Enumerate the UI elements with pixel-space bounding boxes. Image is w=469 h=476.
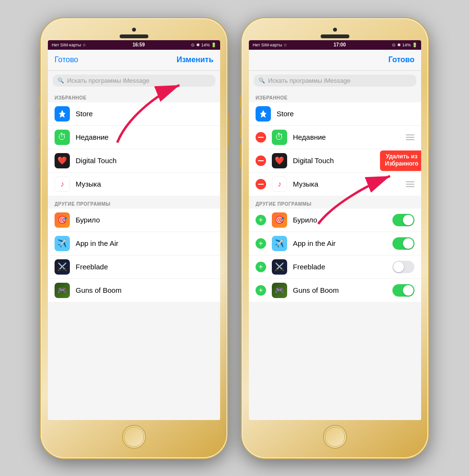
nav-bar-right: Готово <box>249 50 421 71</box>
air-label: App in the Air <box>76 239 213 247</box>
phone-left: Нет SIM-карты ☆ 16:59 ⊙ ✱ 14% 🔋 Готово И… <box>41 18 227 458</box>
list-item[interactable]: Store <box>48 102 220 126</box>
guns-label: Guns of Boom <box>76 286 213 294</box>
iphone-left: Нет SIM-карты ☆ 16:59 ⊙ ✱ 14% 🔋 Готово И… <box>41 18 227 458</box>
plus-burilo-btn[interactable]: + <box>256 215 266 225</box>
screen-left: Нет SIM-карты ☆ 16:59 ⊙ ✱ 14% 🔋 Готово И… <box>48 40 220 420</box>
plus-air-btn[interactable]: + <box>256 238 266 249</box>
plus-guns-btn[interactable]: + <box>256 285 266 296</box>
mute-button-right <box>240 95 242 109</box>
store-icon-right <box>256 106 271 122</box>
freeblade-icon-right: ⚔️ <box>272 259 287 275</box>
store-label-right: Store <box>277 110 414 118</box>
section-header-favorites-left: ИЗБРАННОЕ <box>48 90 220 102</box>
list-item[interactable]: ⚔️ Freeblade <box>48 255 220 279</box>
volume-up-button-right <box>240 114 242 139</box>
home-button-left[interactable] <box>122 425 146 449</box>
phone-right: Нет SIM-карты ☆ 17:00 ⊙ ✱ 14% 🔋 Готово 🔍 <box>242 18 428 458</box>
minus-touch-btn[interactable] <box>256 155 266 166</box>
plus-freeblade-btn[interactable]: + <box>256 262 266 272</box>
guns-label-right: Guns of Boom <box>293 286 387 294</box>
volume-down-button <box>39 144 41 168</box>
freeblade-label: Freeblade <box>76 263 213 271</box>
freeblade-icon: ⚔️ <box>55 259 70 275</box>
search-input-right[interactable]: 🔍 Искать программы iMessage <box>254 75 416 87</box>
section-header-other-left: ДРУГИЕ ПРОГРАММЫ <box>48 197 220 209</box>
touch-label: Digital Touch <box>76 156 213 165</box>
nav-bar-left: Готово Изменить <box>48 50 220 71</box>
music-icon: ♪ <box>55 177 70 192</box>
home-inner-right <box>325 427 345 447</box>
section-header-favorites-right: ИЗБРАННОЕ <box>249 90 421 102</box>
section-header-other-right: ДРУГИЕ ПРОГРАММЫ <box>249 197 421 209</box>
speaker-left <box>120 34 148 38</box>
list-item[interactable]: ❤️ Digital Touch <box>48 149 220 173</box>
done-button-right[interactable]: Готово <box>389 55 414 64</box>
list-item[interactable]: ♪ Музыка <box>48 173 220 196</box>
list-item[interactable]: + 🎮 Guns of Boom <box>249 279 421 302</box>
minus-recent-btn[interactable] <box>256 132 266 143</box>
toggle-burilo[interactable] <box>392 214 414 226</box>
minus-music-btn[interactable] <box>256 179 266 189</box>
mute-button <box>39 95 41 109</box>
search-placeholder-right: Искать программы iMessage <box>268 77 350 84</box>
phones-wrapper: Нет SIM-карты ☆ 16:59 ⊙ ✱ 14% 🔋 Готово И… <box>41 18 428 458</box>
status-bar-left: Нет SIM-карты ☆ 16:59 ⊙ ✱ 14% 🔋 <box>48 40 220 50</box>
freeblade-label-right: Freeblade <box>293 263 387 271</box>
air-icon: ✈️ <box>55 236 70 251</box>
camera-left <box>132 28 136 32</box>
burilo-label-right: Бурило <box>293 216 387 224</box>
burilo-label: Бурило <box>76 216 213 224</box>
home-inner-left <box>124 427 144 447</box>
recent-icon-right: ⏱ <box>272 130 287 145</box>
delete-from-favorites-btn[interactable]: Удалить из Избранного <box>380 150 421 171</box>
drag-handle-music[interactable] <box>406 181 414 187</box>
power-button-right <box>428 114 430 147</box>
edit-button-left[interactable]: Изменить <box>177 55 213 64</box>
touch-icon-right: ❤️ <box>272 153 287 168</box>
other-list-left: 🎯 Бурило ✈️ App in the Air <box>48 209 220 302</box>
search-bar-right: 🔍 Искать программы iMessage <box>249 71 421 90</box>
status-time-left: 16:59 <box>133 42 145 47</box>
recent-label: Недавние <box>76 133 213 141</box>
iphone-top-left <box>46 24 222 38</box>
toggle-knob-burilo <box>403 215 413 225</box>
power-button <box>227 114 229 147</box>
drag-handle-recent[interactable] <box>406 134 414 140</box>
iphone-bottom-left <box>46 420 222 453</box>
volume-up-button <box>39 114 41 139</box>
screen-right: Нет SIM-карты ☆ 17:00 ⊙ ✱ 14% 🔋 Готово 🔍 <box>249 40 421 420</box>
store-label: Store <box>76 110 213 118</box>
list-item[interactable]: ❤️ Digital Touch Удалить из Избранного <box>249 149 421 173</box>
search-placeholder-left: Искать программы iMessage <box>67 77 149 84</box>
list-item[interactable]: + 🎯 Бурило <box>249 209 421 232</box>
toggle-air[interactable] <box>392 237 414 250</box>
list-item[interactable]: 🎯 Бурило <box>48 209 220 232</box>
other-list-right: + 🎯 Бурило <box>249 209 421 302</box>
status-icons-left: ⊙ ✱ 14% 🔋 <box>191 43 216 47</box>
toggle-freeblade[interactable] <box>392 261 414 273</box>
list-item[interactable]: + ⚔️ Freeblade <box>249 255 421 279</box>
done-button-left[interactable]: Готово <box>55 55 78 64</box>
search-bar-left: 🔍 Искать программы iMessage <box>48 71 220 90</box>
search-input-left[interactable]: 🔍 Искать программы iMessage <box>53 75 215 87</box>
home-button-right[interactable] <box>323 425 347 449</box>
list-item[interactable]: ♪ Музыка <box>249 173 421 196</box>
camera-right <box>333 28 337 32</box>
status-carrier-right: Нет SIM-карты ☆ <box>253 43 287 47</box>
list-item[interactable]: ⏱ Недавние <box>249 126 421 149</box>
speaker-right <box>321 34 349 38</box>
store-icon <box>55 106 70 122</box>
status-bar-right: Нет SIM-карты ☆ 17:00 ⊙ ✱ 14% 🔋 <box>249 40 421 50</box>
guns-icon: 🎮 <box>55 283 70 298</box>
air-label-right: App in the Air <box>293 239 387 247</box>
favorites-list-right: Store ⏱ Недавние <box>249 102 421 196</box>
list-item[interactable]: Store <box>249 102 421 126</box>
burilo-icon: 🎯 <box>55 212 70 228</box>
list-item[interactable]: ✈️ App in the Air <box>48 232 220 255</box>
list-item[interactable]: 🎮 Guns of Boom <box>48 279 220 302</box>
toggle-knob-guns <box>403 285 413 296</box>
toggle-guns[interactable] <box>392 284 414 297</box>
list-item[interactable]: ⏱ Недавние <box>48 126 220 149</box>
list-item[interactable]: + ✈️ App in the Air <box>249 232 421 255</box>
